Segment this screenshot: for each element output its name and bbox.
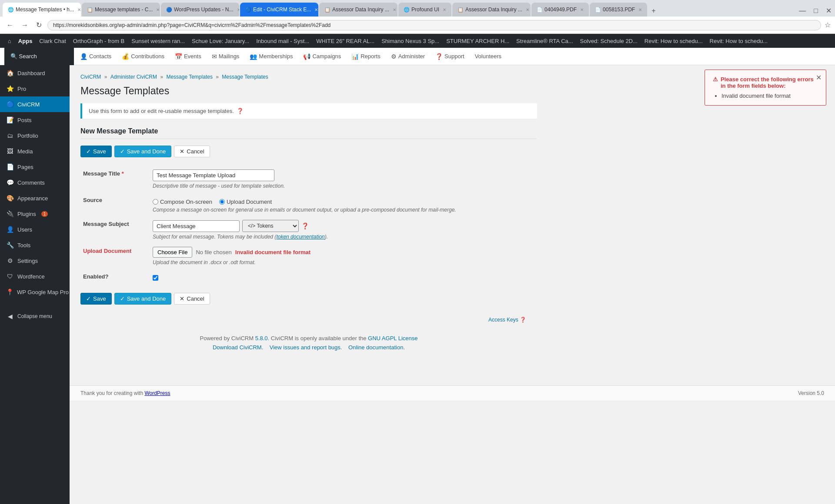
subject-help-icon[interactable]: ❓ (301, 222, 309, 229)
save-button-bottom[interactable]: ✓ Save (80, 293, 112, 305)
cancel-button-top[interactable]: ✕ Cancel (174, 146, 210, 157)
sidebar-item-posts[interactable]: 📝 Posts (0, 112, 70, 128)
message-title-hint: Descriptive title of message - used for … (153, 183, 534, 189)
sidebar-item-users[interactable]: 👤 Users (0, 222, 70, 237)
topnav-support[interactable]: ❓ Support (431, 50, 469, 63)
tab-close-icon[interactable]: ✕ (580, 7, 584, 12)
sidebar-item-appearance[interactable]: 🎨 Appearance (0, 190, 70, 206)
tab-3[interactable]: 🔵 Edit - CiviCRM Stack E... ✕ (240, 3, 318, 17)
topnav-memberships[interactable]: 👥 Memberships (245, 50, 297, 63)
save-done-button-top[interactable]: ✓ Save and Done (114, 146, 172, 157)
pages-icon: 📄 (6, 163, 14, 170)
choose-file-button[interactable]: Choose File (153, 247, 192, 258)
contacts-icon: 👤 (80, 53, 87, 60)
sidebar-item-comments[interactable]: 💬 Comments (0, 175, 70, 190)
topnav-events[interactable]: 📅 Events (170, 50, 206, 63)
sidebar-item-pages[interactable]: 📄 Pages (0, 159, 70, 175)
topnav-reports[interactable]: 📊 Reports (347, 50, 385, 63)
message-subject-input[interactable] (153, 220, 240, 232)
tab-close-icon[interactable]: ✕ (393, 7, 396, 12)
breadcrumb-message-templates[interactable]: Message Templates (166, 74, 213, 80)
adminbar-site[interactable]: Apps (15, 38, 36, 44)
license-link[interactable]: GNU AGPL License (368, 335, 418, 342)
wordpress-link[interactable]: WordPress (144, 390, 170, 396)
adminbar-streamline[interactable]: Streamline® RTA Ca... (513, 38, 576, 44)
new-tab-button[interactable]: + (648, 5, 659, 17)
download-link[interactable]: Download CiviCRM. (213, 344, 263, 351)
reload-button[interactable]: ↻ (34, 20, 44, 30)
cancel-button-bottom[interactable]: ✕ Cancel (174, 293, 210, 305)
message-title-input[interactable] (153, 169, 274, 181)
save-button-top[interactable]: ✓ Save (80, 146, 112, 157)
tab-close-icon[interactable]: ✕ (638, 7, 642, 12)
tab-5[interactable]: 🌐 Profound UI ✕ (398, 3, 451, 17)
sidebar-item-googlemaps[interactable]: 📍 WP Google Map Pro (0, 284, 70, 300)
close-button[interactable]: ✕ (822, 5, 835, 17)
topnav-volunteers[interactable]: Volunteers (471, 50, 506, 63)
source-compose-label[interactable]: Compose On-screen (153, 199, 212, 205)
tab-close-icon[interactable]: ✕ (77, 7, 81, 12)
source-upload-label[interactable]: Upload Document (219, 199, 272, 205)
sidebar-item-plugins[interactable]: 🔌 Plugins 1 (0, 206, 70, 222)
save-done-button-bottom[interactable]: ✓ Save and Done (114, 293, 172, 305)
adminbar-sunset[interactable]: Sunset western ran... (128, 38, 188, 44)
topnav-administer[interactable]: ⚙ Administer (387, 50, 429, 63)
breadcrumb-current[interactable]: Message Templates (222, 74, 268, 80)
sidebar-item-pro[interactable]: ⭐ Pro (0, 81, 70, 96)
docs-link[interactable]: Online documentation. (348, 344, 405, 351)
tab-close-icon[interactable]: ✕ (443, 7, 446, 12)
active-tab[interactable]: 🌐 Message Templates • h... ✕ (3, 3, 81, 17)
sidebar-item-dashboard[interactable]: 🏠 Dashboard (0, 65, 70, 81)
breadcrumb-civicrm[interactable]: CiviCRM (80, 74, 101, 80)
access-keys[interactable]: Access Keys ❓ (80, 313, 537, 326)
tab-7[interactable]: 📄 0404949.PDF ✕ (531, 3, 589, 17)
adminbar-revit2[interactable]: Revit: How to schedu... (706, 38, 772, 44)
source-compose-radio[interactable] (153, 199, 158, 205)
enabled-checkbox[interactable] (153, 275, 158, 281)
adminbar-clark-chat[interactable]: Clark Chat (36, 38, 69, 44)
tab-8[interactable]: 📄 0058153.PDF ✕ (590, 3, 647, 17)
sidebar-item-media[interactable]: 🖼 Media (0, 143, 70, 159)
topnav-contributions[interactable]: 💰 Contributions (117, 50, 169, 63)
adminbar-revit1[interactable]: Revit: How to schedu... (641, 38, 706, 44)
bookmark-icon[interactable]: ☆ (825, 21, 831, 29)
topnav-mailings[interactable]: ✉ Mailings (207, 50, 244, 63)
adminbar-solved[interactable]: Solved: Schedule 2D... (577, 38, 641, 44)
tab-close-icon[interactable]: ✕ (237, 7, 240, 12)
token-documentation-link[interactable]: token documentation (276, 234, 324, 240)
civicrm-version-link[interactable]: 5.8.0 (255, 335, 268, 342)
adminbar-sturmey[interactable]: STURMEY ARCHER H... (443, 38, 513, 44)
tab-6[interactable]: 📋 Assessor Data Inquiry ... ✕ (452, 3, 531, 17)
minimize-button[interactable]: — (795, 5, 809, 17)
tab-1[interactable]: 📋 Message templates - C... ✕ (82, 3, 160, 17)
tab-close-icon[interactable]: ✕ (156, 7, 160, 12)
tab-close-icon[interactable]: ✕ (526, 7, 529, 12)
adminbar-white26[interactable]: WHITE 26" REAR AL... (313, 38, 378, 44)
sidebar-item-collapse[interactable]: ◀ Collapse menu (0, 308, 70, 324)
info-help-icon[interactable]: ❓ (237, 108, 244, 114)
issues-link[interactable]: View issues and report bugs. (270, 344, 342, 351)
tab-close-icon[interactable]: ✕ (314, 7, 318, 12)
forward-button[interactable]: → (19, 20, 30, 30)
breadcrumb-administer[interactable]: Administer CiviCRM (110, 74, 157, 80)
url-input[interactable] (47, 20, 821, 30)
tab-2[interactable]: 🔵 WordPress Updates - N... ✕ (161, 3, 239, 17)
adminbar-wordpress[interactable]: ⌂ (4, 38, 15, 44)
topnav-campaigns[interactable]: 📢 Campaigns (299, 50, 345, 63)
back-button[interactable]: ← (4, 20, 16, 30)
maximize-button[interactable]: □ (810, 5, 822, 17)
tokens-select[interactable]: </> Tokens (242, 220, 299, 232)
adminbar-schue[interactable]: Schue Love: January... (188, 38, 253, 44)
topnav-contacts[interactable]: 👤 Contacts (76, 50, 116, 63)
sidebar-item-civicrm[interactable]: 🔵 CiviCRM (0, 96, 70, 112)
sidebar-item-settings[interactable]: ⚙ Settings (0, 253, 70, 269)
sidebar-item-tools[interactable]: 🔧 Tools (0, 237, 70, 253)
tab-4[interactable]: 📋 Assessor Data Inquiry ... ✕ (319, 3, 397, 17)
sidebar-item-wordfence[interactable]: 🛡 Wordfence (0, 269, 70, 284)
error-notice-close-button[interactable]: ✕ (816, 73, 822, 82)
adminbar-shimano[interactable]: Shimano Nexus 3 Sp... (378, 38, 443, 44)
adminbar-inbound[interactable]: Inbound mail - Syst... (253, 38, 313, 44)
sidebar-item-portfolio[interactable]: 🗂 Portfolio (0, 128, 70, 143)
source-upload-radio[interactable] (219, 199, 225, 205)
adminbar-orthograph[interactable]: OrthoGraph - from B (70, 38, 128, 44)
